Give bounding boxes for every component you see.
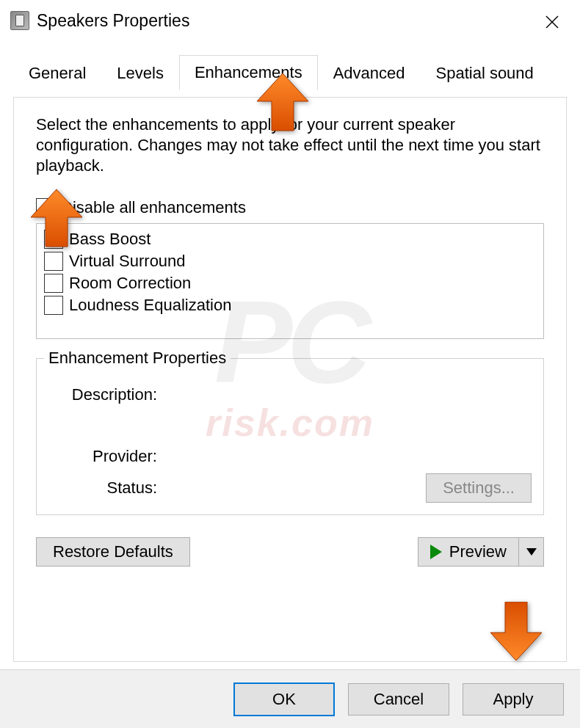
tab-levels[interactable]: Levels xyxy=(101,56,179,90)
tab-panel: Select the enhancements to apply for you… xyxy=(13,97,567,662)
description-label: Description: xyxy=(48,385,166,404)
panel-description: Select the enhancements to apply for you… xyxy=(36,114,544,176)
preview-button[interactable]: Preview xyxy=(418,537,519,567)
dialog-footer: OK Cancel Apply xyxy=(0,669,580,728)
tab-underline xyxy=(13,97,567,98)
list-item-label: Virtual Surround xyxy=(69,252,186,271)
close-icon xyxy=(545,15,559,29)
list-item[interactable]: Virtual Surround xyxy=(44,250,536,272)
list-item-label: Loudness Equalization xyxy=(69,296,231,315)
enhancement-properties-group: Enhancement Properties Description: Prov… xyxy=(36,358,544,515)
list-item-label: Room Correction xyxy=(69,274,191,293)
bass-boost-checkbox[interactable] xyxy=(44,230,63,249)
restore-defaults-button[interactable]: Restore Defaults xyxy=(36,537,190,567)
list-item[interactable]: Bass Boost xyxy=(44,228,536,250)
chevron-down-icon xyxy=(526,548,537,556)
list-item-label: Bass Boost xyxy=(69,230,151,249)
tab-general[interactable]: General xyxy=(13,56,101,90)
room-correction-checkbox[interactable] xyxy=(44,274,63,293)
tab-spatial-sound[interactable]: Spatial sound xyxy=(421,56,549,90)
tab-bar: General Levels Enhancements Advanced Spa… xyxy=(13,54,567,90)
ok-button[interactable]: OK xyxy=(233,682,335,716)
list-item[interactable]: Room Correction xyxy=(44,272,536,294)
disable-all-label: Disable all enhancements xyxy=(61,198,246,217)
status-label: Status: xyxy=(48,478,166,498)
virtual-surround-checkbox[interactable] xyxy=(44,252,63,271)
speaker-icon xyxy=(10,11,29,30)
provider-label: Provider: xyxy=(48,447,166,466)
loudness-equalization-checkbox[interactable] xyxy=(44,296,63,315)
checkmark-icon xyxy=(38,200,53,215)
play-icon xyxy=(430,545,442,559)
close-button[interactable] xyxy=(537,7,567,37)
list-item[interactable]: Loudness Equalization xyxy=(44,294,536,316)
preview-dropdown-button[interactable] xyxy=(519,537,544,567)
enhancements-list: Bass Boost Virtual Surround Room Correct… xyxy=(36,223,544,339)
cancel-button[interactable]: Cancel xyxy=(348,683,449,716)
title-bar: Speakers Properties xyxy=(0,0,580,41)
disable-all-checkbox[interactable] xyxy=(36,198,55,217)
window-title: Speakers Properties xyxy=(37,11,189,31)
tab-advanced[interactable]: Advanced xyxy=(318,56,421,90)
group-title: Enhancement Properties xyxy=(44,349,231,368)
preview-label: Preview xyxy=(449,542,507,561)
apply-button[interactable]: Apply xyxy=(463,683,564,716)
tab-enhancements[interactable]: Enhancements xyxy=(179,55,318,90)
settings-button[interactable]: Settings... xyxy=(426,473,532,503)
